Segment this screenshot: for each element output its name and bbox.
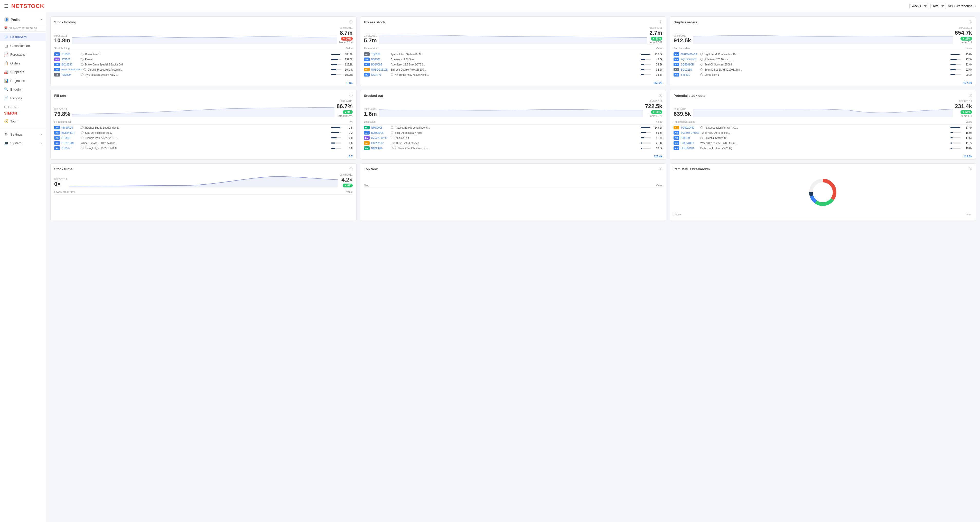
chart-value-to: 4.2×	[340, 176, 353, 183]
chart-date-to: 08/08/2011	[959, 100, 972, 103]
table-row[interactable]: NS BQ1721S Bearing Set Skf Hm212011/hm..…	[673, 67, 972, 72]
item-value: 85.3k	[652, 132, 662, 134]
card-total: 1.1m	[51, 80, 356, 86]
item-badge: AH	[673, 141, 679, 145]
item-badge: AH	[54, 126, 60, 129]
sidebar-item-enquiry[interactable]: 🔍 Enquiry	[0, 85, 46, 94]
table-row[interactable]: NS TQ0999 Tyre Inflation System Kit M...…	[364, 52, 662, 57]
sidebar-item-classification[interactable]: ◫ Classification	[0, 41, 46, 50]
card-table: Excess stock Value NS TQ0999 Tyre Inflat…	[360, 46, 666, 80]
table-row[interactable]: AH ST8130 Potential Stock Out 14.5k	[673, 135, 972, 140]
info-icon[interactable]: ⓘ	[349, 20, 353, 24]
card-total: 119.5k	[670, 154, 976, 159]
info-icon[interactable]: ⓘ	[659, 93, 662, 98]
chart-value-to: 231.4k	[955, 103, 972, 109]
sidebar-item-dashboard[interactable]: ⊞ Dashboard	[0, 33, 46, 41]
sidebar-item-orders[interactable]: 📋 Orders	[0, 59, 46, 68]
table-row[interactable]: AH NMS0005 Ratchet Buckle Loadbinder 5..…	[54, 125, 353, 130]
chart-sub: Items 114	[955, 114, 972, 117]
chart-value-from: 5.7m	[364, 37, 377, 44]
sidebar-item-system[interactable]: 💻 System ▾	[0, 139, 46, 148]
learning-section-label: Learning	[0, 102, 46, 109]
table-row[interactable]: BM ST9502 Parent 132.6k	[54, 57, 353, 62]
table-row[interactable]: AH BQ1542 Axle Assy 19.5" Steer ... 48.6…	[364, 57, 662, 62]
table-row[interactable]: AL TQ6020450 Kit Suspension Ror Air Flx1…	[673, 125, 972, 130]
item-badge: BM	[364, 136, 370, 140]
item-bar	[950, 59, 961, 60]
table-row[interactable]: BM BQ1246FGN07 Stocked Out 51.1k	[364, 135, 662, 140]
item-value: 27.3k	[962, 58, 972, 61]
chart-badge: ▼ 53%	[651, 37, 662, 41]
table-row[interactable]: NM NMS0016 Chain 8mm X 9m C/w Grab Hoo..…	[364, 146, 662, 151]
scope-select[interactable]: Total	[931, 3, 946, 9]
item-value: 132.6k	[343, 58, 353, 61]
item-badge: AH	[54, 52, 60, 56]
table-row[interactable]: BL BQ1509G Axle Steer 19.5 Bmx 8/275 1..…	[364, 62, 662, 67]
chart-value-from: 912.5k	[673, 37, 691, 44]
item-name: Parent	[85, 58, 329, 61]
table-row[interactable]: OB UUSDG1610D Ballrace Double Row 16t 10…	[364, 67, 662, 72]
item-bar	[331, 127, 341, 128]
sidebar-item-label: Projection	[10, 79, 25, 83]
item-code: BQ1855C	[61, 63, 80, 66]
item-value: 18.6k	[652, 147, 662, 150]
item-bar	[641, 143, 651, 144]
item-bar	[331, 143, 341, 144]
sidebar-item-projection[interactable]: 📊 Projection	[0, 76, 46, 85]
info-icon[interactable]: ⓘ	[969, 167, 972, 171]
info-icon[interactable]: ⓘ	[969, 93, 972, 98]
item-badge: BL	[364, 73, 370, 76]
table-row[interactable]: AH BQ5561CR Seal Oil Scotseal 35066 22.8…	[673, 62, 972, 67]
chart-badge: ▲ 0%	[343, 184, 353, 187]
sidebar-item-suppliers[interactable]: 🏭 Suppliers	[0, 68, 46, 76]
table-row[interactable]: AL IOT292282 Hub Hus 10-stud 285pcd 21.4…	[364, 140, 662, 146]
table-row[interactable]: AH ST9517 Triangle Tyre 11r22.5 Tr668 0.…	[54, 146, 353, 151]
table-row[interactable]: AH ST9501 Demo Item 1 20.3k	[673, 72, 972, 77]
info-icon[interactable]: ⓘ	[349, 167, 353, 171]
card-title: Stock holding	[54, 20, 76, 24]
table-row[interactable]: AH UDUI00101 Pintle Hook Titano Vii (250…	[673, 146, 972, 151]
table-row[interactable]: AH BQ5549CR Seal Oil Scotseal 47697 1.2	[54, 130, 353, 135]
info-icon[interactable]: ⓘ	[659, 20, 662, 24]
profile-chevron: ▾	[41, 18, 42, 21]
table-row[interactable]: AH FMU26007ARR Light 3-in-1 Combination …	[673, 52, 972, 57]
info-icon[interactable]: ⓘ	[659, 167, 662, 171]
menu-icon[interactable]: ☰	[4, 3, 8, 9]
sidebar-item-settings[interactable]: ⚙ Settings ▾	[0, 130, 46, 139]
item-badge: AH	[54, 136, 60, 140]
table-row[interactable]: NS TQ0999 Tyre Inflation System Kit M...…	[54, 72, 353, 77]
item-bar	[641, 132, 651, 133]
table-row[interactable]: AH BN1416048004PST Duralite Preset Hub A…	[54, 67, 353, 72]
table-row[interactable]: AH FQ1230FGN07 Axle Assy 20" 10-stud ...…	[673, 57, 972, 62]
card-stock-holding: Stock holding ⓘ 03/05/2011 10.8m	[50, 16, 356, 86]
item-bar	[641, 148, 651, 149]
table-row[interactable]: AH ST9508 Triangle Tyre 275/70r22.5-1...…	[54, 135, 353, 140]
table-row[interactable]: AH BQ1855C Brake Drum Special 5 Spoke D/…	[54, 62, 353, 67]
empty-state	[360, 173, 666, 183]
sidebar-item-reports[interactable]: 📄 Reports	[0, 94, 46, 102]
item-code: BQ1246FGN07	[371, 136, 389, 139]
table-row[interactable]: AH BQ1246FG715N07 Axle Assy 20" 5-spoke …	[673, 130, 972, 135]
sidebar-item-label: Tour	[10, 119, 17, 123]
info-icon[interactable]: ⓘ	[969, 20, 972, 24]
item-name: Ratchet Buckle Loadbinder 5...	[395, 126, 640, 129]
period-select[interactable]: Weeks Months	[909, 3, 928, 9]
sidebar-item-tour[interactable]: 🧭 Tour	[0, 117, 46, 125]
sidebar-item-forecasts[interactable]: 📈 Forecasts	[0, 50, 46, 59]
table-row[interactable]: AH ST8128AM Wheel 8.25x22.5 10/285 Alum.…	[54, 140, 353, 146]
table-row[interactable]: BL IOC4771 Air Spring Assy Ht300 Hendr..…	[364, 72, 662, 77]
item-code: ST9501	[61, 53, 80, 56]
classification-icon: ◫	[4, 44, 8, 48]
table-row[interactable]: AH ST9501 Demo Item 1 663.1k	[54, 52, 353, 57]
table-row[interactable]: AH BQ5549CR Seal Oil Scotseal 47697 85.3…	[364, 130, 662, 135]
table-row[interactable]: NM NMS0005 Ratchet Buckle Loadbinder 5..…	[364, 125, 662, 130]
item-name: Demo Item 1	[85, 53, 329, 56]
item-badge: NM	[364, 126, 370, 129]
table-row[interactable]: AH ST8128API Wheel 8.25x22.5 10/285 Alum…	[673, 140, 972, 146]
card-stocked-out: Stocked out ⓘ 03/05/2011 1.6m	[360, 90, 667, 160]
card-title: Potential stock outs	[673, 94, 705, 98]
chart-area: 03/05/2011 912.5k 08/08/2011 654.7k ▼ 28…	[670, 26, 976, 46]
sidebar-user[interactable]: 👤 Profile ▾	[0, 14, 46, 25]
info-icon[interactable]: ⓘ	[349, 93, 353, 98]
warehouse-chevron[interactable]: ▾	[975, 5, 976, 8]
